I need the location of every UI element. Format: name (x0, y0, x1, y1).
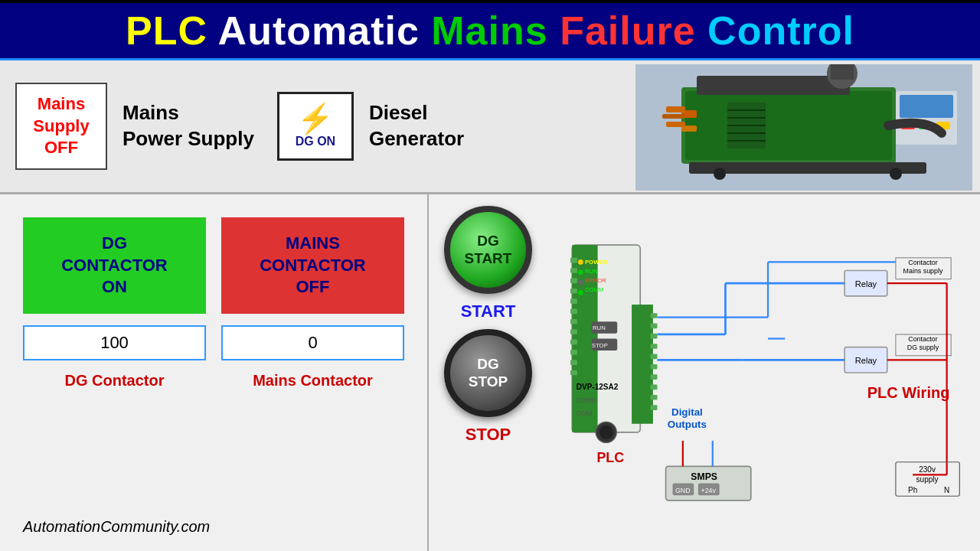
right-panel: POWER RUN ERROR COMM RUN STOP DVP-12SA2 … (547, 194, 980, 551)
dg-contactor-label: DGCONTACTORON (61, 233, 168, 296)
svg-rect-5 (831, 64, 854, 80)
mains-supply-box: MainsSupplyOFF (15, 83, 107, 170)
svg-rect-31 (570, 298, 577, 304)
svg-rect-29 (570, 279, 577, 284)
lightning-bolt-icon: ⚡ (297, 104, 333, 133)
main-wrapper: PLC Automatic Mains Failure Control Main… (0, 0, 980, 551)
svg-rect-34 (570, 329, 577, 334)
svg-rect-45 (651, 364, 658, 370)
svg-point-57 (578, 290, 583, 295)
svg-rect-2 (685, 91, 892, 160)
svg-text:DVP-12SA2: DVP-12SA2 (577, 383, 619, 391)
title-heading: PLC Automatic Mains Failure Control (126, 11, 854, 51)
svg-rect-3 (697, 76, 850, 95)
dg-value-box: 100 (23, 325, 206, 360)
svg-text:PLC: PLC (597, 450, 625, 465)
mains-value-box: 0 (221, 325, 404, 360)
community-text: AutomationCommunity.com (23, 518, 404, 536)
dg-start-button[interactable]: DGSTART (444, 206, 532, 294)
svg-text:DG supply: DG supply (907, 344, 939, 351)
svg-text:COMM: COMM (585, 286, 604, 293)
svg-rect-12 (666, 106, 685, 112)
title-automatic: Automatic (218, 8, 420, 53)
mains-power-label: MainsPower Supply (122, 100, 254, 152)
svg-text:COM: COM (577, 409, 593, 417)
svg-text:Relay: Relay (855, 279, 877, 289)
dg-on-label: DG ON (296, 135, 335, 148)
svg-text:Contactor: Contactor (908, 335, 938, 343)
left-panel: DGCONTACTORON MAINSCONTACTOROFF 100 0 DG… (0, 194, 429, 551)
svg-rect-32 (570, 309, 577, 315)
svg-text:PLC Wiring: PLC Wiring (867, 384, 950, 401)
dg-contactor-name: DG Contactor (23, 372, 206, 390)
svg-text:ERROR: ERROR (585, 277, 606, 284)
title-failure: Failure (560, 8, 696, 53)
dg-start-text: DGSTART (465, 233, 512, 268)
start-label: START (461, 302, 516, 321)
svg-text:RUN: RUN (593, 324, 606, 331)
svg-text:Contactor: Contactor (908, 259, 938, 266)
contactor-row: DGCONTACTORON MAINSCONTACTOROFF (23, 217, 404, 314)
svg-text:SMPS: SMPS (691, 471, 717, 482)
mains-contactor-label: MAINSCONTACTOROFF (260, 233, 366, 296)
svg-rect-15 (666, 122, 685, 127)
top-section: MainsSupplyOFF MainsPower Supply ⚡ DG ON… (0, 60, 980, 194)
svg-text:Ph: Ph (908, 486, 917, 494)
svg-rect-44 (651, 354, 658, 360)
svg-text:230v: 230v (919, 465, 936, 474)
svg-text:Digital: Digital (671, 406, 703, 418)
dg-contactor-button[interactable]: DGCONTACTORON (23, 217, 206, 314)
svg-rect-37 (570, 360, 577, 365)
svg-point-54 (578, 259, 583, 265)
svg-rect-30 (570, 289, 577, 294)
svg-rect-48 (651, 395, 658, 400)
svg-text:RUN: RUN (585, 268, 598, 275)
middle-panel: DGSTART START DGSTOP STOP (429, 194, 547, 551)
svg-text:GND: GND (675, 487, 691, 494)
svg-rect-36 (570, 350, 577, 355)
svg-rect-35 (570, 340, 577, 345)
dg-stop-text: DGSTOP (469, 356, 508, 391)
title-mains: Mains (431, 8, 547, 53)
svg-rect-47 (651, 385, 658, 390)
mains-supply-off-text: MainsSupplyOFF (33, 94, 89, 157)
svg-point-55 (578, 269, 583, 275)
mains-contactor-button[interactable]: MAINSCONTACTOROFF (221, 217, 404, 314)
svg-point-66 (599, 425, 613, 439)
svg-text:Relay: Relay (855, 356, 877, 365)
bottom-section: DGCONTACTORON MAINSCONTACTOROFF 100 0 DG… (0, 194, 980, 551)
svg-rect-33 (570, 319, 577, 324)
value-row: 100 0 (23, 325, 404, 360)
svg-rect-27 (570, 258, 577, 263)
svg-text:CONO: CONO (577, 396, 597, 404)
title-control: Control (707, 8, 854, 53)
svg-rect-41 (651, 323, 658, 328)
svg-rect-13 (662, 114, 685, 119)
label-row: DG Contactor Mains Contactor (23, 372, 404, 390)
svg-rect-28 (570, 268, 577, 273)
title-plc: PLC (126, 8, 207, 53)
svg-point-18 (890, 168, 902, 180)
svg-rect-49 (651, 405, 658, 410)
svg-text:supply: supply (916, 475, 939, 484)
svg-rect-38 (570, 370, 577, 376)
mains-contactor-name: Mains Contactor (221, 372, 404, 390)
dg-indicator-box: ⚡ DG ON (277, 92, 354, 161)
svg-text:+24v: +24v (701, 487, 716, 494)
title-bar: PLC Automatic Mains Failure Control (0, 0, 980, 60)
svg-text:N: N (944, 486, 949, 494)
dg-stop-button[interactable]: DGSTOP (444, 329, 532, 417)
svg-rect-46 (651, 374, 658, 380)
svg-text:Outputs: Outputs (668, 419, 707, 430)
generator-image (635, 64, 972, 191)
svg-rect-43 (651, 344, 658, 349)
wiring-diagram-svg: POWER RUN ERROR COMM RUN STOP DVP-12SA2 … (555, 202, 972, 543)
svg-rect-42 (651, 334, 658, 339)
svg-text:STOP: STOP (592, 342, 608, 349)
stop-label: STOP (466, 425, 511, 445)
svg-point-17 (714, 168, 726, 180)
diesel-generator-label: DieselGenerator (369, 100, 464, 152)
svg-text:POWER: POWER (585, 259, 608, 266)
svg-rect-7 (900, 95, 953, 118)
svg-text:Mains supply: Mains supply (903, 267, 943, 275)
